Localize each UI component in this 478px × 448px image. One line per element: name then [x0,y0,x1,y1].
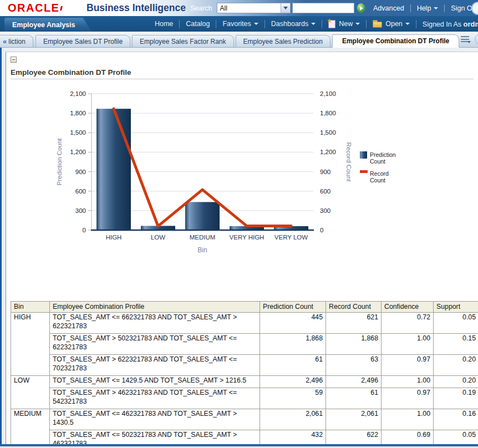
confidence-cell: 0.97 [382,388,434,409]
divider [444,4,445,12]
svg-text:0: 0 [320,227,323,233]
divider [179,20,180,28]
profile-cell: TOT_SALES_AMT > 502321783 AND TOT_SALES_… [50,334,260,355]
svg-text:HIGH: HIGH [106,234,122,241]
chevron-down-icon [434,7,438,9]
svg-text:Prediction Count: Prediction Count [56,138,63,186]
bin-cell: LOW [11,376,50,409]
svg-text:Count: Count [370,158,385,165]
divider [216,20,216,28]
oracle-logo: ORACLE [8,2,59,14]
top-bar: ORACLE Business Intelligence Search All … [0,0,478,16]
combo-chart: 003003006006009009001,2001,2001,5001,500… [52,86,429,259]
top-links: Advanced Help Sign Out [373,4,478,12]
new-document-icon [328,20,335,28]
nav-bar: Employee Analysis Home Catalog Favorites… [0,16,478,32]
record-count-cell: 63 [326,355,382,376]
prediction-count-cell: 2,496 [260,376,326,388]
bin-cell: MEDIUM [11,409,50,448]
svg-text:300: 300 [75,207,86,214]
search-scope-select[interactable]: All [217,3,291,13]
prediction-count-cell: 1,868 [260,334,326,355]
search-input[interactable] [292,3,354,13]
clipped-round-icon [475,34,478,45]
confidence-cell: 1.00 [382,376,434,388]
search-scope-value: All [217,4,281,12]
search-label: Search [190,4,212,12]
page-frame-left-border [0,48,2,448]
nav-catalog[interactable]: Catalog [186,20,210,28]
svg-text:Record: Record [370,170,389,177]
divider [416,20,416,28]
nav-home[interactable]: Home [155,20,173,28]
divider [366,20,367,28]
tab-prediction-truncated[interactable]: « liction [0,35,33,47]
tab-employee-sales-dt-profile[interactable]: Employee Sales DT Profile [35,35,130,47]
svg-text:900: 900 [75,169,86,175]
svg-text:Record Count: Record Count [345,142,352,182]
dashboard-tab-employee-analysis[interactable]: Employee Analysis [4,18,91,32]
col-prediction-count: Prediction Count [260,302,326,313]
tab-employee-combination-dt-profile[interactable]: Employee Combination DT Profile [332,34,459,48]
nav-open[interactable]: Open [373,20,410,28]
advanced-link[interactable]: Advanced [373,4,404,12]
svg-text:Prediction: Prediction [370,151,396,158]
svg-text:VERY LOW: VERY LOW [274,234,308,241]
svg-text:MEDIUM: MEDIUM [190,234,216,241]
table-row: HIGHTOT_SALES_AMT <= 662321783 AND TOT_S… [11,313,478,334]
col-record-count: Record Count [326,302,382,313]
table-row: LOWTOT_SALES_AMT <= 1429.5 AND TOT_SALES… [11,376,478,388]
prediction-count-cell: 61 [260,355,326,376]
support-cell: 0.19 [434,388,478,409]
title-rule [11,79,474,79]
record-count-cell: 2,496 [326,376,382,388]
collapse-section-icon[interactable] [11,57,17,63]
table-row: TOT_SALES_AMT > 622321783 AND TOT_SALES_… [11,355,478,376]
col-bin: Bin [11,302,50,313]
svg-text:600: 600 [75,188,86,195]
prediction-count-cell: 59 [260,388,326,409]
clipped-round-icon [471,2,478,15]
record-count-cell: 621 [326,313,382,334]
svg-text:LOW: LOW [151,234,165,241]
nav-links: Home Catalog Favorites Dashboards New Op… [155,20,478,28]
tab-employee-sales-prediction[interactable]: Employee Sales Prediction [236,35,330,47]
results-table-body: HIGHTOT_SALES_AMT <= 662321783 AND TOT_S… [11,313,478,448]
oracle-logo-mark-icon [60,6,63,11]
nav-new[interactable]: New [328,20,360,28]
help-menu[interactable]: Help [417,4,439,12]
support-cell: 0.05 [434,313,478,334]
chevron-down-icon [283,7,288,9]
col-profile: Employee Combination Profile [50,302,260,313]
chart-area: 003003006006009009001,2001,2001,5001,500… [52,86,478,261]
support-cell: 0.20 [434,355,478,376]
table-row: TOT_SALES_AMT > 462321783 AND TOT_SALES_… [11,388,478,409]
nav-dashboards[interactable]: Dashboards [271,20,316,28]
support-cell: 0.16 [434,409,478,430]
tab-employee-sales-factor-rank[interactable]: Employee Sales Factor Rank [132,35,233,47]
profile-cell: TOT_SALES_AMT > 462321783 AND TOT_SALES_… [50,388,260,409]
signed-in-status: Signed In As ordm [423,20,478,28]
col-confidence: Confidence [382,302,434,313]
svg-text:900: 900 [320,169,330,175]
nav-favorites[interactable]: Favorites [222,20,258,28]
profile-cell: TOT_SALES_AMT <= 1429.5 AND TOT_SALES_AM… [50,376,260,388]
support-cell: 0.20 [434,376,478,388]
record-count-cell: 2,061 [326,409,382,430]
signed-in-user: ordm [464,20,478,28]
page-options-list-icon[interactable] [461,36,469,42]
search-scope-dropdown-button[interactable] [281,3,290,13]
svg-text:1,800: 1,800 [70,110,86,116]
search-go-button[interactable] [357,3,365,13]
svg-text:VERY HIGH: VERY HIGH [230,234,265,241]
col-support: Support [434,302,478,313]
record-count-cell: 1,868 [326,334,382,355]
profile-cell: TOT_SALES_AMT > 622321783 AND TOT_SALES_… [50,355,260,376]
chevron-down-icon [311,23,316,25]
svg-text:300: 300 [320,207,330,214]
scroll-tabs-left-icon[interactable]: « [3,37,7,45]
confidence-cell: 0.72 [382,313,434,334]
svg-text:2,100: 2,100 [320,90,336,97]
svg-text:1,200: 1,200 [320,149,336,155]
confidence-cell: 1.00 [382,334,434,355]
